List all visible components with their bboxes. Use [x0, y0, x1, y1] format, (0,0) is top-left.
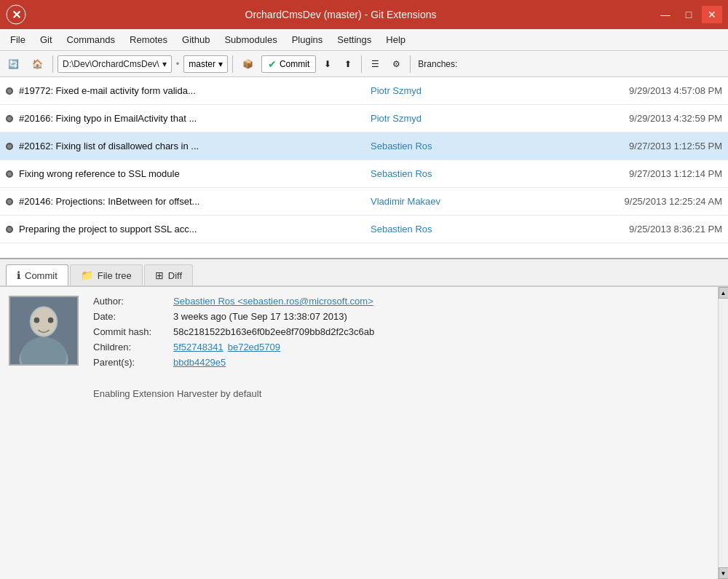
menubar: File Git Commands Remotes Github Submodu… — [0, 29, 728, 51]
pull-button[interactable]: ⬇ — [319, 54, 336, 74]
table-row[interactable]: Preparing the project to support SSL acc… — [0, 216, 728, 243]
detail-scrollbar[interactable]: ▲ ▼ — [718, 287, 728, 579]
check-icon: ✔ — [268, 58, 277, 70]
commit-list: #19772: Fixed e-mail activity form valid… — [0, 77, 728, 259]
tab-diff[interactable]: ⊞ Diff — [144, 264, 193, 285]
scroll-up-button[interactable]: ▲ — [719, 287, 729, 299]
commit-date: 9/27/2013 1:12:14 PM — [550, 168, 723, 179]
commit-date: 9/25/2013 8:36:21 PM — [550, 224, 723, 235]
commit-message: #20166: Fixing typo in EmailActivity tha… — [19, 113, 365, 124]
child2-link[interactable]: be72ed5709 — [228, 342, 280, 352]
children-row: Children: 5f52748341 be72ed5709 — [93, 342, 712, 352]
avatar-section — [0, 287, 87, 579]
table-row[interactable]: #20166: Fixing typo in EmailActivity tha… — [0, 105, 728, 133]
detail-panel: Author: Sebastien Ros <sebastien.ros@mic… — [0, 287, 728, 579]
avatar — [9, 296, 79, 366]
menu-commands[interactable]: Commands — [60, 31, 122, 48]
refresh-button[interactable]: 🔄 — [3, 54, 24, 74]
commit-author: Vladimir Makaev — [365, 196, 550, 207]
svg-point-8 — [48, 318, 54, 323]
date-row: Date: 3 weeks ago (Tue Sep 17 13:38:07 2… — [93, 311, 712, 322]
commit-author: Sebastien Ros — [365, 224, 550, 235]
toolbar: 🔄 🏠 D:\Dev\OrchardCmsDev\ ▾ • master ▾ 📦… — [0, 51, 728, 77]
commit-dot — [6, 198, 13, 205]
graph-button[interactable]: ⚙ — [387, 54, 405, 74]
commit-message: #20162: Fixing list of disallowed chars … — [19, 141, 365, 151]
svg-text:✕: ✕ — [12, 9, 21, 21]
menu-remotes[interactable]: Remotes — [122, 31, 175, 48]
diff-icon: ⊞ — [155, 269, 164, 281]
table-row[interactable]: #19772: Fixed e-mail activity form valid… — [0, 77, 728, 105]
stash-icon: 📦 — [242, 59, 253, 69]
push-button[interactable]: ⬆ — [339, 54, 357, 74]
stash-button[interactable]: 📦 — [237, 54, 258, 74]
menu-submodules[interactable]: Submodules — [217, 31, 284, 48]
repo-path[interactable]: D:\Dev\OrchardCmsDev\ ▾ — [58, 55, 172, 73]
commit-date: 9/27/2013 1:12:55 PM — [550, 141, 723, 151]
view-button[interactable]: ☰ — [366, 54, 384, 74]
pull-icon: ⬇ — [324, 59, 331, 69]
commit-author: Sebastien Ros — [365, 168, 550, 179]
parents-label: Parent(s): — [93, 357, 173, 368]
commit-dot — [6, 170, 13, 178]
maximize-button[interactable]: □ — [678, 6, 699, 23]
hash-label: Commit hash: — [93, 326, 173, 337]
commit-body: Enabling Extension Harvester by default — [93, 382, 712, 405]
separator-3 — [361, 55, 362, 73]
table-row[interactable]: #20162: Fixing list of disallowed chars … — [0, 133, 728, 160]
parent1-link[interactable]: bbdb4429e5 — [173, 357, 226, 368]
branch-chevron-icon: ▾ — [218, 59, 223, 69]
tab-filetree[interactable]: 📁 File tree — [70, 264, 143, 285]
info-icon: ℹ — [17, 269, 20, 281]
commit-author: Piotr Szmyd — [365, 85, 550, 96]
child1-link[interactable]: 5f52748341 — [173, 342, 223, 352]
hash-value: 58c2181522b163e6f0b2ee8f709bb8d2f2c3c6ab — [173, 326, 374, 337]
chevron-down-icon: ▾ — [162, 59, 167, 69]
push-icon: ⬆ — [344, 59, 352, 69]
date-value: 3 weeks ago (Tue Sep 17 13:38:07 2013) — [173, 311, 347, 322]
branches-label: Branches: — [415, 59, 460, 69]
separator-2 — [232, 55, 233, 73]
commit-date: 9/29/2013 4:57:08 PM — [550, 85, 723, 96]
menu-plugins[interactable]: Plugins — [285, 31, 331, 48]
close-button[interactable]: ✕ — [702, 6, 722, 23]
children-label: Children: — [93, 342, 173, 352]
commit-author: Sebastien Ros — [365, 141, 550, 151]
menu-git[interactable]: Git — [33, 31, 60, 48]
commit-dot — [6, 143, 13, 150]
separator-1 — [52, 55, 53, 73]
commit-author: Piotr Szmyd — [365, 113, 550, 124]
commit-button[interactable]: ✔ Commit — [261, 55, 316, 73]
commit-message: #19772: Fixed e-mail activity form valid… — [19, 85, 365, 96]
home-icon: 🏠 — [32, 59, 43, 69]
detail-info: Author: Sebastien Ros <sebastien.ros@mic… — [87, 287, 718, 579]
menu-settings[interactable]: Settings — [330, 31, 379, 48]
author-link[interactable]: Sebastien Ros <sebastien.ros@microsoft.c… — [173, 296, 373, 307]
app-logo: ✕ — [6, 4, 26, 25]
tab-commit[interactable]: ℹ Commit — [6, 264, 68, 285]
home-button[interactable]: 🏠 — [27, 54, 48, 74]
menu-file[interactable]: File — [3, 31, 33, 48]
tabs-bar: ℹ Commit 📁 File tree ⊞ Diff — [0, 259, 728, 287]
commit-message: Fixing wrong reference to SSL module — [19, 168, 365, 179]
author-row: Author: Sebastien Ros <sebastien.ros@mic… — [93, 296, 712, 307]
scroll-down-button[interactable]: ▼ — [719, 567, 729, 579]
parents-row: Parent(s): bbdb4429e5 — [93, 357, 712, 368]
branch-selector[interactable]: master ▾ — [183, 55, 228, 73]
commit-message: #20146: Projections: InBetween for offse… — [19, 196, 365, 207]
commit-dot — [6, 115, 13, 122]
separator-4 — [410, 55, 411, 73]
menu-github[interactable]: Github — [175, 31, 217, 48]
minimize-button[interactable]: — — [655, 6, 676, 23]
menu-help[interactable]: Help — [379, 31, 413, 48]
list-icon: ☰ — [371, 59, 379, 69]
author-label: Author: — [93, 296, 173, 307]
date-label: Date: — [93, 311, 173, 322]
folder-icon: 📁 — [81, 269, 93, 281]
table-row[interactable]: #20146: Projections: InBetween for offse… — [0, 188, 728, 216]
table-row[interactable]: Fixing wrong reference to SSL module Seb… — [0, 160, 728, 188]
refresh-icon: 🔄 — [8, 59, 19, 69]
avatar-placeholder — [10, 297, 77, 364]
path-separator: • — [175, 58, 181, 69]
commit-message: Preparing the project to support SSL acc… — [19, 224, 365, 235]
